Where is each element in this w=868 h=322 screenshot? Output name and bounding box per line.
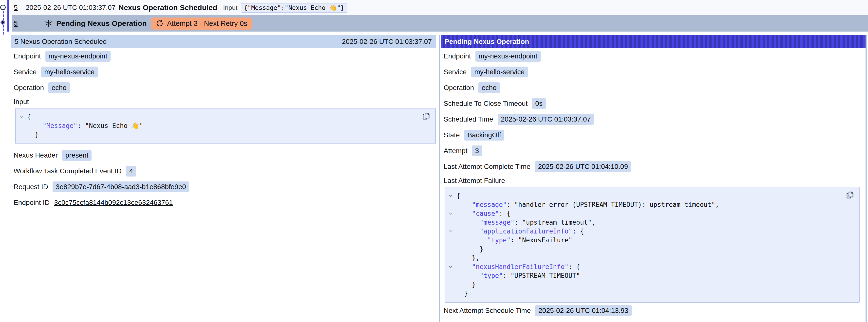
collapse-chevron-icon[interactable] — [447, 227, 457, 236]
timeline-active-bar — [7, 0, 9, 32]
field-value-badge: 4 — [126, 166, 136, 176]
field-row: Schedule To Close Timeout0s — [441, 96, 866, 111]
code-line-text: { — [27, 112, 31, 121]
field-row: Servicemy-hello-service — [441, 64, 866, 80]
field-value-badge: 3e829b7e-7d67-4b08-aad3-b1e868bfe9e0 — [53, 182, 189, 192]
failure-json-viewer: { "message": "handler error (UPSTREAM_TI… — [444, 187, 860, 303]
event-id-link[interactable]: 5 — [14, 20, 19, 27]
failure-section-label: Last Attempt Failure — [441, 174, 866, 187]
event-title: Nexus Operation Scheduled — [118, 3, 217, 12]
code-line-text: } — [457, 289, 468, 298]
panel-left-timestamp: 2025-02-26 UTC 01:03:37.07 — [342, 38, 432, 45]
code-line-text: "message": "upstream timeout", — [457, 218, 596, 227]
collapse-chevron-icon[interactable] — [447, 209, 457, 218]
code-line-text: } — [27, 130, 39, 139]
field-label: Schedule To Close Timeout — [444, 100, 528, 107]
field-label: State — [444, 131, 460, 139]
event-id-link[interactable]: 5 — [14, 4, 19, 11]
field-value-badge: my-nexus-endpoint — [475, 51, 540, 62]
code-line-text: }, — [457, 254, 479, 262]
right-fields-bottom: Next Attempt Schedule Time2025-02-26 UTC… — [441, 303, 866, 319]
field-row: Scheduled Time2025-02-26 UTC 01:03:37.07 — [441, 111, 866, 127]
field-value-badge: present — [62, 150, 92, 161]
code-gutter — [447, 245, 457, 254]
panel-right-header: Pending Nexus Operation — [441, 35, 866, 48]
collapse-chevron-icon[interactable] — [447, 191, 457, 200]
code-gutter — [447, 280, 457, 289]
field-label: Scheduled Time — [444, 116, 493, 123]
input-preview-badge: {"Message":"Nexus Echo 👋"} — [241, 3, 347, 12]
retry-status-badge: Attempt 3 · Next Retry 0s — [151, 18, 252, 30]
field-label: Workflow Task Completed Event ID — [13, 167, 122, 175]
field-value-badge: my-nexus-endpoint — [45, 51, 111, 62]
field-value-badge: 3 — [472, 146, 482, 156]
field-label: Nexus Header — [13, 151, 58, 159]
field-value-badge: 2025-02-26 UTC 01:04:10.09 — [535, 161, 631, 172]
field-value-link[interactable]: 3c0c75ccfa8144b092c13ce632463761 — [54, 199, 173, 206]
panel-left-header: 5 Nexus Operation Scheduled 2025-02-26 U… — [10, 35, 436, 48]
code-line-text: "Message": "Nexus Echo 👋" — [27, 121, 143, 130]
code-line-text: "applicationFailureInfo": { — [457, 227, 584, 236]
scrollbar-track[interactable] — [866, 35, 867, 322]
panel-pending-nexus-operation: Pending Nexus Operation Endpointmy-nexus… — [441, 35, 866, 319]
field-label: Endpoint ID — [13, 199, 50, 206]
field-label: Service — [13, 68, 36, 76]
field-label: Endpoint — [444, 52, 471, 60]
code-line-text: "nexusHandlerFailureInfo": { — [457, 262, 580, 271]
event-title: Pending Nexus Operation — [56, 19, 147, 28]
retry-icon — [156, 20, 163, 27]
field-row: Workflow Task Completed Event ID4 — [10, 163, 436, 179]
field-label: Operation — [444, 84, 474, 92]
timeline-node-open-icon[interactable] — [0, 5, 6, 10]
code-line-text: "cause": { — [457, 209, 510, 218]
field-value-badge: my-hello-service — [41, 67, 98, 77]
field-label: Request ID — [13, 183, 48, 191]
field-value-badge: BackingOff — [464, 130, 504, 140]
retry-badge-text: Attempt 3 · Next Retry 0s — [167, 20, 247, 28]
code-gutter — [447, 200, 457, 209]
field-label: Service — [444, 68, 467, 76]
field-row: Last Attempt Complete Time2025-02-26 UTC… — [441, 159, 866, 174]
field-value-badge: 0s — [532, 98, 546, 109]
event-row-nexus-operation-scheduled[interactable]: 5 2025-02-26 UTC 01:03:37.07 Nexus Opera… — [12, 0, 868, 15]
event-timestamp: 2025-02-26 UTC 01:03:37.07 — [26, 4, 116, 11]
code-line-text: } — [457, 280, 476, 289]
code-line-text: { — [457, 191, 460, 200]
code-line-text: "message": "handler error (UPSTREAM_TIME… — [457, 200, 719, 209]
field-value-badge: 2025-02-26 UTC 01:03:37.07 — [498, 114, 594, 125]
field-label: Operation — [13, 84, 44, 92]
field-row: Endpointmy-nexus-endpoint — [441, 48, 866, 64]
copy-button[interactable] — [422, 112, 430, 120]
field-row: Servicemy-hello-service — [10, 64, 436, 80]
field-row: Request ID3e829b7e-7d67-4b08-aad3-b1e868… — [10, 179, 436, 195]
collapse-chevron-icon[interactable] — [18, 112, 27, 121]
field-value-badge: 2025-02-26 UTC 01:04:13.93 — [535, 305, 631, 316]
field-row: Endpointmy-nexus-endpoint — [10, 48, 436, 64]
field-row: Next Attempt Schedule Time2025-02-26 UTC… — [441, 303, 866, 319]
event-row-pending-nexus-operation[interactable]: 5 Pending Nexus Operation Attempt 3 · Ne… — [12, 15, 868, 32]
code-gutter — [447, 271, 457, 280]
timeline-node-selected-icon[interactable] — [0, 20, 5, 25]
code-line-text: "type": "UPSTREAM_TIMEOUT" — [457, 271, 580, 280]
code-gutter — [447, 236, 457, 245]
field-row: Nexus Headerpresent — [10, 148, 436, 163]
field-row: Endpoint ID3c0c75ccfa8144b092c13ce632463… — [10, 195, 436, 211]
field-value-badge: echo — [478, 82, 500, 93]
field-label: Attempt — [444, 147, 467, 155]
left-fields-top: Endpointmy-nexus-endpointServicemy-hello… — [10, 48, 436, 96]
code-line-text: } — [457, 245, 484, 254]
collapse-chevron-icon[interactable] — [447, 262, 457, 271]
code-gutter — [447, 254, 457, 262]
field-value-badge: echo — [49, 82, 70, 93]
copy-button[interactable] — [846, 191, 854, 199]
field-row: Operationecho — [10, 80, 436, 96]
code-line-text: "type": "NexusFailure" — [457, 236, 572, 245]
input-section-label: Input — [10, 96, 436, 108]
field-row: Attempt3 — [441, 143, 866, 159]
field-label: Last Attempt Complete Time — [444, 163, 530, 171]
field-row: StateBackingOff — [441, 127, 866, 143]
right-fields-top: Endpointmy-nexus-endpointServicemy-hello… — [441, 48, 866, 174]
input-json-viewer: { "Message": "Nexus Echo 👋" } — [15, 108, 436, 144]
field-label: Next Attempt Schedule Time — [444, 307, 531, 315]
panel-right-title: Pending Nexus Operation — [444, 38, 529, 45]
